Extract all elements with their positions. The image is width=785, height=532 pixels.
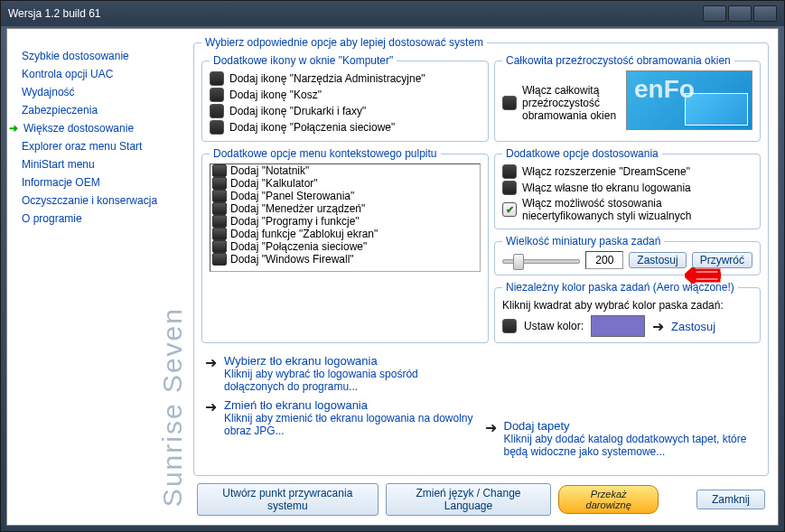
arrow-right-icon: ➜ — [205, 354, 217, 393]
link-choose-logon-bg[interactable]: ➜ Wybierz tło ekranu logowania Kliknij a… — [205, 354, 478, 393]
list-item[interactable]: Dodaj funkcje "Zablokuj ekran" — [210, 228, 480, 240]
color-apply-link[interactable]: Zastosuj — [671, 320, 715, 333]
change-language-button[interactable]: Zmień język / Change Language — [386, 483, 552, 516]
checkbox-icon[interactable] — [502, 96, 517, 110]
toggle-icon — [212, 215, 227, 228]
group-context-legend: Dodatkowe opcje menu kontekstowego pulpi… — [210, 147, 441, 160]
sidebar: Szybkie dostosowanie Kontrola opcji UAC … — [7, 29, 188, 525]
icon-option[interactable]: Dodaj ikonę "Drukarki i faxy" — [210, 103, 481, 119]
sidebar-item-more-customize[interactable]: Większe dostosowanie — [18, 119, 188, 137]
bottom-bar: Utwórz punkt przywracania systemu Zmień … — [193, 478, 769, 519]
group-context-menu: Dodatkowe opcje menu kontekstowego pulpi… — [201, 147, 489, 343]
sidebar-item-oem[interactable]: Informacje OEM — [18, 173, 188, 191]
arrow-right-icon: ➜ — [652, 318, 664, 335]
list-item[interactable]: Dodaj "Notatnik" — [210, 164, 480, 177]
context-listbox[interactable]: Dodaj "Notatnik" Dodaj "Kalkulator" Doda… — [210, 163, 481, 272]
toggle-icon — [212, 228, 227, 240]
sidebar-item-performance[interactable]: Wydajność — [18, 83, 188, 101]
titlebar: Wersja 1.2 build 61 — [1, 1, 784, 26]
checkbox-icon[interactable] — [502, 202, 517, 217]
list-item[interactable]: Dodaj "Windows Firewall" — [210, 253, 480, 266]
set-color-label: Ustaw kolor: — [524, 320, 584, 332]
sidebar-item-uac[interactable]: Kontrola opcji UAC — [18, 65, 188, 83]
checkbox-icon[interactable] — [502, 181, 517, 195]
toggle-icon — [212, 202, 227, 215]
window-controls — [703, 5, 777, 22]
checkbox-icon[interactable] — [210, 120, 224, 135]
main-heading: Wybierz odpowiednie opcje aby lepiej dos… — [201, 36, 487, 49]
thumbnail-slider[interactable] — [502, 251, 580, 269]
annotation-arrow-icon — [685, 267, 721, 284]
main-panel: Wybierz odpowiednie opcje aby lepiej dos… — [188, 29, 778, 525]
main-group: Wybierz odpowiednie opcje aby lepiej dos… — [193, 36, 769, 476]
thumb-apply-button[interactable]: Zastosuj — [629, 252, 686, 268]
toggle-icon — [212, 177, 227, 190]
checkbox-icon[interactable] — [210, 104, 224, 118]
donate-button[interactable]: Przekaż darowiznę — [558, 485, 659, 514]
group-border-transparency: Całkowita przeźroczystość obramowania ok… — [494, 54, 761, 142]
border-preview — [626, 70, 752, 130]
arrow-right-icon: ➜ — [485, 419, 497, 458]
icon-option[interactable]: Dodaj ikonę "Narzędzia Administracyjne" — [210, 70, 481, 87]
close-window-button[interactable] — [753, 5, 777, 22]
toggle-icon — [212, 253, 227, 266]
icon-option[interactable]: Dodaj ikonę "Połączenia sieciowe" — [210, 119, 481, 135]
color-note: Kliknij kwadrat aby wybrać kolor paska z… — [502, 299, 752, 312]
link-add-wallpapers[interactable]: ➜ Dodaj tapety Kliknij aby dodać katalog… — [485, 419, 758, 458]
checkbox-icon[interactable] — [210, 71, 224, 86]
list-item[interactable]: Dodaj "Menedżer urządzeń" — [210, 202, 480, 215]
icon-option[interactable]: Dodaj ikonę "Kosz" — [210, 87, 481, 103]
sidebar-item-quick[interactable]: Szybkie dostosowanie — [18, 47, 188, 65]
checkbox-icon[interactable] — [502, 164, 517, 179]
maximize-button[interactable] — [728, 5, 752, 22]
group-border-legend: Całkowita przeźroczystość obramowania ok… — [502, 54, 734, 67]
border-option[interactable]: Włącz całkowitą przeźroczystość obramowa… — [502, 83, 621, 123]
toggle-icon — [212, 190, 227, 202]
app-window: Wersja 1.2 build 61 Szybkie dostosowanie… — [0, 0, 785, 532]
color-swatch[interactable] — [591, 315, 645, 337]
arrow-right-icon: ➜ — [205, 398, 217, 437]
list-item[interactable]: Dodaj "Panel Sterowania" — [210, 190, 480, 202]
sidebar-item-security[interactable]: Zabezpieczenia — [18, 101, 188, 119]
extra-option[interactable]: Włącz rozszerzenie "DreamScene" — [502, 163, 752, 180]
extra-option[interactable]: Włącz własne tło ekranu logowania — [502, 180, 752, 196]
group-thumb-legend: Wielkość miniatury paska zadań — [502, 235, 664, 247]
extra-option-visual-styles[interactable]: Włącz możliwość stosowania niecertyfikow… — [502, 196, 752, 223]
group-taskbar-color: Niezależny kolor paska zadań (Aero włącz… — [494, 281, 761, 343]
group-extra-legend: Dodatkowe opcje dostosowania — [502, 147, 662, 160]
minimize-button[interactable] — [703, 5, 726, 22]
thumb-restore-button[interactable]: Przywróć — [692, 252, 752, 268]
toggle-icon — [212, 164, 227, 177]
list-item[interactable]: Dodaj "Kalkulator" — [210, 177, 480, 190]
create-restore-point-button[interactable]: Utwórz punkt przywracania systemu — [197, 483, 378, 516]
link-change-logon-bg[interactable]: ➜ Zmień tło ekranu logowania Kliknij aby… — [205, 398, 478, 437]
sidebar-item-explorer[interactable]: Explorer oraz menu Start — [18, 137, 188, 155]
close-button[interactable]: Zamknij — [696, 490, 765, 509]
sidebar-item-cleanup[interactable]: Oczyszczanie i konserwacja — [18, 191, 188, 210]
group-computer-icons: Dodatkowe ikony w oknie "Komputer" Dodaj… — [201, 54, 489, 142]
brand-text: Sunrise Seven — [18, 307, 188, 507]
group-extra-options: Dodatkowe opcje dostosowania Włącz rozsz… — [494, 147, 761, 229]
thumbnail-value[interactable]: 200 — [585, 251, 623, 269]
list-item[interactable]: Dodaj "Programy i funkcje" — [210, 215, 480, 228]
group-computer-icons-legend: Dodatkowe ikony w oknie "Komputer" — [210, 54, 397, 67]
content: Szybkie dostosowanie Kontrola opcji UAC … — [6, 28, 779, 526]
sidebar-item-ministart[interactable]: MiniStart menu — [18, 155, 188, 173]
checkbox-icon[interactable] — [210, 88, 224, 102]
sidebar-item-about[interactable]: O programie — [18, 210, 188, 228]
list-item[interactable]: Dodaj "Połączenia sieciowe" — [210, 240, 480, 253]
window-title: Wersja 1.2 build 61 — [8, 7, 703, 20]
toggle-icon — [212, 240, 227, 253]
checkbox-icon[interactable] — [502, 319, 517, 333]
